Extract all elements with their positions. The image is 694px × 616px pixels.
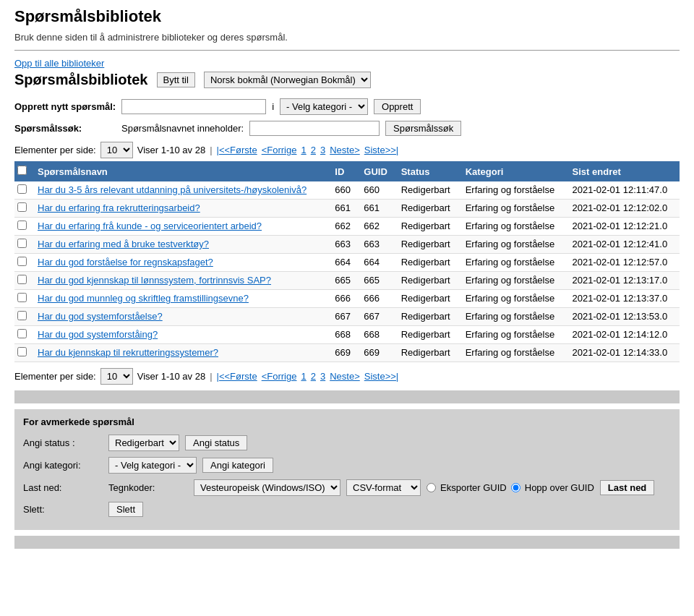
bulk-encoding-select[interactable]: Vesteuropeisk (Windows/ISO) UTF-8 UTF-16 — [194, 479, 340, 496]
row-sist-endret: 2021-02-01 12:14:33.0 — [567, 344, 680, 362]
export-guid-radio[interactable] — [427, 483, 436, 492]
skip-guid-radio[interactable] — [511, 483, 520, 492]
row-checkbox[interactable] — [17, 257, 27, 266]
bytt-til-button[interactable]: Bytt til — [157, 72, 195, 87]
gray-bar-bottom — [14, 536, 680, 549]
bottom-last-page-link[interactable]: Siste>>| — [364, 371, 398, 382]
row-checkbox[interactable] — [17, 239, 27, 248]
bulk-category-label: Angi kategori: — [23, 460, 103, 471]
search-label: Spørsmålssøk: — [14, 123, 116, 134]
row-checkbox[interactable] — [17, 293, 27, 302]
row-name-link[interactable]: Har du erfaring med å bruke testverktøy? — [38, 239, 209, 249]
bulk-status-button[interactable]: Angi status — [185, 435, 247, 450]
per-page-select[interactable]: 5 10 20 50 — [100, 142, 133, 158]
row-checkbox[interactable] — [17, 184, 27, 194]
row-name-link[interactable]: Har du 3-5 års relevant utdanning på uni… — [38, 184, 307, 195]
row-name: Har du god kjennskap til lønnssystem, fo… — [32, 272, 329, 290]
bulk-download-label: Last ned: — [23, 482, 103, 493]
bottom-showing-text: Viser 1-10 av 28 — [137, 371, 205, 382]
create-button[interactable]: Opprett — [374, 99, 421, 114]
first-page-link[interactable]: |<<Første — [217, 145, 257, 155]
row-kategori: Erfaring og forståelse — [460, 272, 567, 290]
row-checkbox-cell — [14, 218, 32, 236]
bulk-download-button[interactable]: Last ned — [600, 480, 654, 495]
search-button[interactable]: Spørsmålssøk — [385, 121, 461, 136]
header-kategori: Kategori — [460, 161, 567, 181]
next-page-link[interactable]: Neste> — [330, 145, 360, 155]
create-input[interactable] — [121, 99, 266, 114]
row-kategori: Erfaring og forståelse — [460, 236, 567, 254]
row-guid: 660 — [358, 181, 395, 200]
header-status: Status — [395, 161, 460, 181]
row-sist-endret: 2021-02-01 12:11:47.0 — [567, 181, 680, 200]
questions-table: Spørsmålsnavn ID GUID Status Kategori Si… — [14, 161, 680, 362]
row-id: 662 — [329, 218, 358, 236]
row-id: 668 — [329, 326, 358, 344]
bottom-page-1-link[interactable]: 1 — [301, 371, 306, 382]
row-id: 666 — [329, 290, 358, 308]
bottom-page-2-link[interactable]: 2 — [311, 371, 316, 382]
row-guid: 669 — [358, 344, 395, 362]
row-guid: 661 — [358, 200, 395, 218]
row-name-link[interactable]: Har du god systemforståelse? — [38, 311, 163, 322]
bulk-format-select[interactable]: CSV-format Excel-format — [346, 479, 421, 496]
row-name-link[interactable]: Har du god munnleg og skriftleg framstil… — [38, 293, 249, 304]
row-checkbox[interactable] — [17, 347, 27, 356]
bulk-category-button[interactable]: Angi kategori — [202, 458, 273, 473]
row-id: 661 — [329, 200, 358, 218]
table-row: Har du god forståelse for regnskapsfaget… — [14, 254, 680, 272]
page-2-link[interactable]: 2 — [311, 145, 316, 155]
row-checkbox-cell — [14, 290, 32, 308]
search-input[interactable] — [249, 121, 380, 136]
row-name: Har du erfaring fra rekrutteringsarbeid? — [32, 200, 329, 218]
bottom-first-page-link[interactable]: |<<Første — [217, 371, 257, 382]
row-status: Redigerbart — [395, 236, 460, 254]
table-row: Har du kjennskap til rekrutteringssystem… — [14, 344, 680, 362]
bulk-delete-button[interactable]: Slett — [108, 502, 143, 517]
row-name-link[interactable]: Har du god forståelse for regnskapsfaget… — [38, 257, 213, 268]
row-name-link[interactable]: Har du erfaring frå kunde - og serviceor… — [38, 221, 262, 231]
row-id: 660 — [329, 181, 358, 200]
table-row: Har du 3-5 års relevant utdanning på uni… — [14, 181, 680, 200]
row-checkbox[interactable] — [17, 275, 27, 284]
row-name: Har du erfaring med å bruke testverktøy? — [32, 236, 329, 254]
row-kategori: Erfaring og forståelse — [460, 218, 567, 236]
bulk-actions-section: For avmerkede spørsmål Angi status : Red… — [14, 409, 680, 530]
back-link[interactable]: Opp til alle biblioteker — [14, 58, 680, 69]
row-checkbox[interactable] — [17, 311, 27, 320]
row-guid: 662 — [358, 218, 395, 236]
prev-page-link[interactable]: <Forrige — [262, 145, 297, 155]
bottom-prev-page-link[interactable]: <Forrige — [262, 371, 297, 382]
last-page-link[interactable]: Siste>>| — [364, 145, 398, 155]
language-select[interactable]: Norsk bokmål (Norwegian Bokmål) English … — [204, 72, 371, 88]
row-checkbox[interactable] — [17, 221, 27, 230]
row-name-link[interactable]: Har du god systemforståing? — [38, 329, 158, 340]
header-guid: GUID — [358, 161, 395, 181]
bottom-next-page-link[interactable]: Neste> — [330, 371, 360, 382]
row-kategori: Erfaring og forståelse — [460, 308, 567, 326]
page-3-link[interactable]: 3 — [320, 145, 325, 155]
bulk-category-select[interactable]: - Velg kategori - — [108, 457, 197, 474]
row-status: Redigerbart — [395, 326, 460, 344]
bulk-radio-group: Eksporter GUID Hopp over GUID — [427, 482, 594, 493]
search-form-row: Spørsmålssøk: Spørsmålsnavnet inneholder… — [14, 121, 680, 136]
table-row: Har du erfaring med å bruke testverktøy?… — [14, 236, 680, 254]
search-contains-label: Spørsmålsnavnet inneholder: — [121, 123, 244, 134]
row-name-link[interactable]: Har du god kjennskap til lønnssystem, fo… — [38, 275, 271, 286]
bottom-page-3-link[interactable]: 3 — [320, 371, 325, 382]
top-pagination-row: Elementer per side: 5 10 20 50 Viser 1-1… — [14, 142, 680, 158]
row-checkbox[interactable] — [17, 202, 27, 212]
row-status: Redigerbart — [395, 254, 460, 272]
create-category-select[interactable]: - Velg kategori - — [280, 98, 368, 115]
page-1-link[interactable]: 1 — [301, 145, 306, 155]
row-kategori: Erfaring og forståelse — [460, 181, 567, 200]
row-name: Har du kjennskap til rekrutteringssystem… — [32, 344, 329, 362]
bulk-status-select[interactable]: Redigerbart Publisert Arkivert — [108, 435, 179, 451]
row-name-link[interactable]: Har du erfaring fra rekrutteringsarbeid? — [38, 202, 200, 213]
row-checkbox[interactable] — [17, 329, 27, 338]
row-name-link[interactable]: Har du kjennskap til rekrutteringssystem… — [38, 347, 218, 358]
per-page-label: Elementer per side: — [14, 145, 96, 155]
bottom-per-page-select[interactable]: 5 10 20 50 — [100, 368, 133, 385]
row-checkbox-cell — [14, 236, 32, 254]
select-all-checkbox[interactable] — [17, 166, 27, 175]
